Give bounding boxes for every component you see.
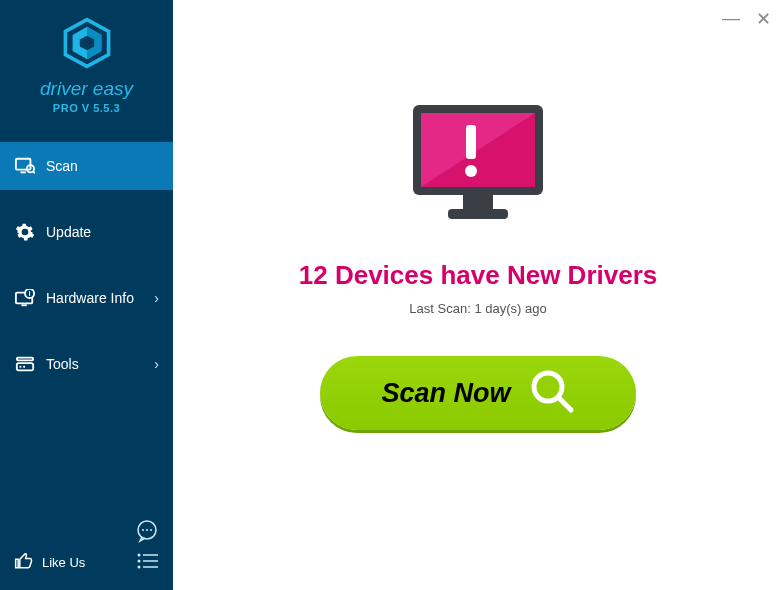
svg-rect-28 <box>463 195 493 209</box>
sidebar-item-hardware-info[interactable]: i Hardware Info › <box>0 274 173 322</box>
svg-text:i: i <box>29 290 31 297</box>
logo-icon <box>60 16 114 74</box>
svg-point-18 <box>138 553 141 556</box>
svg-point-20 <box>138 559 141 562</box>
last-scan-label: Last Scan: 1 day(s) ago <box>409 301 546 316</box>
svg-point-17 <box>150 529 152 531</box>
scan-icon <box>14 157 36 175</box>
sidebar-item-label: Update <box>46 224 91 240</box>
window-controls: — ✕ <box>722 8 771 30</box>
magnifier-icon <box>529 368 575 418</box>
sidebar-bottom: Like Us <box>0 519 173 590</box>
svg-line-31 <box>559 398 571 410</box>
svg-rect-2 <box>16 159 31 170</box>
svg-line-5 <box>33 171 35 173</box>
svg-point-27 <box>465 165 477 177</box>
svg-point-15 <box>142 529 144 531</box>
sidebar-item-label: Tools <box>46 356 79 372</box>
sidebar-item-label: Hardware Info <box>46 290 134 306</box>
version-label: PRO V 5.5.3 <box>0 102 173 114</box>
scan-now-button[interactable]: Scan Now <box>320 356 636 430</box>
hardware-info-icon: i <box>14 289 36 307</box>
close-button[interactable]: ✕ <box>756 8 771 30</box>
tools-icon <box>14 355 36 373</box>
chevron-right-icon: › <box>154 356 159 372</box>
svg-rect-29 <box>448 209 508 219</box>
like-us-label: Like Us <box>42 555 85 570</box>
svg-rect-10 <box>17 358 33 361</box>
menu-list-button[interactable] <box>137 552 159 574</box>
headline: 12 Devices have New Drivers <box>299 260 657 291</box>
chat-button[interactable] <box>14 519 159 543</box>
svg-rect-7 <box>21 304 26 306</box>
app-window: driver easy PRO V 5.5.3 Scan Update i <box>0 0 783 590</box>
minimize-button[interactable]: — <box>722 8 740 30</box>
like-us-button[interactable]: Like Us <box>14 551 85 574</box>
logo-area: driver easy PRO V 5.5.3 <box>0 0 173 124</box>
svg-point-22 <box>138 565 141 568</box>
sidebar-item-update[interactable]: Update <box>0 208 173 256</box>
chevron-right-icon: › <box>154 290 159 306</box>
svg-point-16 <box>146 529 148 531</box>
main-panel: — ✕ 12 Devices have New Drivers Last Sca… <box>173 0 783 590</box>
content: 12 Devices have New Drivers Last Scan: 1… <box>173 0 783 430</box>
brand-name: driver easy <box>0 78 173 100</box>
gear-icon <box>14 222 36 242</box>
sidebar: driver easy PRO V 5.5.3 Scan Update i <box>0 0 173 590</box>
nav: Scan Update i Hardware Info › Tools <box>0 142 173 406</box>
monitor-alert-icon <box>403 100 553 234</box>
sidebar-item-tools[interactable]: Tools › <box>0 340 173 388</box>
svg-rect-26 <box>466 125 476 159</box>
sidebar-item-label: Scan <box>46 158 78 174</box>
scan-now-label: Scan Now <box>381 378 510 409</box>
svg-rect-3 <box>20 171 25 173</box>
sidebar-item-scan[interactable]: Scan <box>0 142 173 190</box>
thumbs-up-icon <box>14 551 34 574</box>
